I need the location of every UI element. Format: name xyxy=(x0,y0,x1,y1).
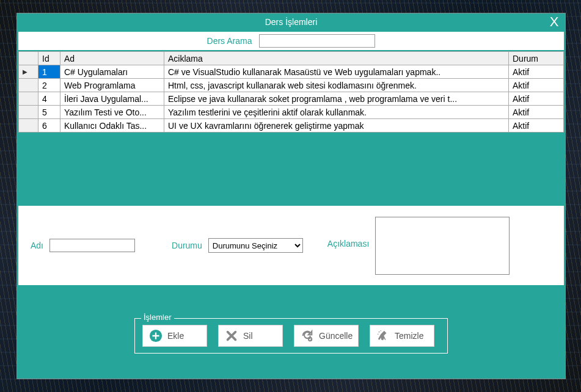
button-row: Ekle Sil Güncelle xyxy=(142,325,440,347)
temizle-button[interactable]: Temizle xyxy=(370,325,434,347)
temizle-label: Temizle xyxy=(395,331,423,341)
islemler-legend: İşlemler xyxy=(141,313,174,322)
close-button[interactable]: X xyxy=(547,13,561,31)
sil-button[interactable]: Sil xyxy=(218,325,283,347)
cross-icon xyxy=(225,329,238,343)
cell-id[interactable]: 4 xyxy=(38,92,60,106)
cell-id[interactable]: 5 xyxy=(38,106,60,119)
spacer xyxy=(18,285,564,313)
broom-icon xyxy=(376,329,390,343)
aciklamasi-group: Açıklaması xyxy=(327,217,510,275)
search-input[interactable] xyxy=(259,34,375,48)
row-indicator[interactable] xyxy=(19,106,38,119)
col-header-id[interactable]: Id xyxy=(38,52,60,65)
cell-id[interactable]: 1 xyxy=(38,65,60,79)
plus-icon xyxy=(149,329,163,343)
table-header-row: Id Ad Aciklama Durum xyxy=(19,52,564,65)
svg-point-4 xyxy=(381,330,381,331)
adi-label: Adı xyxy=(31,241,43,250)
cell-aciklama[interactable]: C# ve VisualStudio kullanarak Masaüstü v… xyxy=(164,65,509,79)
cell-id[interactable]: 6 xyxy=(38,119,60,132)
ders-islemleri-window: Ders İşlemleri X Ders Arama Id Ad Acikla… xyxy=(16,13,566,379)
operations-area: İşlemler Ekle Sil xyxy=(18,313,564,365)
row-indicator[interactable]: ▶ xyxy=(19,65,38,79)
aciklamasi-textarea[interactable] xyxy=(375,217,510,275)
cell-ad[interactable]: Kullanıcı Odaklı Tas... xyxy=(60,119,164,132)
svg-point-3 xyxy=(378,334,378,335)
durumu-group: Durumu Durumunu Seçiniz xyxy=(172,238,303,253)
cell-durum[interactable]: Aktif xyxy=(509,106,564,119)
grid-empty-area xyxy=(18,132,564,206)
col-header-aciklama[interactable]: Aciklama xyxy=(164,52,509,65)
close-icon: X xyxy=(550,14,559,30)
adi-group: Adı xyxy=(31,239,135,252)
adi-input[interactable] xyxy=(49,239,135,252)
islemler-fieldset: İşlemler Ekle Sil xyxy=(134,318,448,354)
row-indicator[interactable] xyxy=(19,92,38,106)
cell-ad[interactable]: İleri Java Uygulamal... xyxy=(60,92,164,106)
ekle-label: Ekle xyxy=(167,331,184,341)
cell-aciklama[interactable]: Yazılım testlerini ve çeşitlerini aktif … xyxy=(164,106,509,119)
search-label: Ders Arama xyxy=(207,36,252,46)
cell-durum[interactable]: Aktif xyxy=(509,119,564,132)
table-row[interactable]: 4İleri Java Uygulamal...Eclipse ve java … xyxy=(19,92,564,106)
table-row[interactable]: 2Web ProgramlamaHtml, css, javascript ku… xyxy=(19,79,564,92)
row-indicator[interactable] xyxy=(19,79,38,92)
guncelle-label: Güncelle xyxy=(319,331,353,341)
table-row[interactable]: ▶1C# UygulamalarıC# ve VisualStudio kull… xyxy=(19,65,564,79)
col-header-ad[interactable]: Ad xyxy=(60,52,164,65)
cell-durum[interactable]: Aktif xyxy=(509,79,564,92)
cell-id[interactable]: 2 xyxy=(38,79,60,92)
durumu-label: Durumu xyxy=(172,241,202,250)
cell-ad[interactable]: C# Uygulamaları xyxy=(60,65,164,79)
cell-ad[interactable]: Yazılım Testi ve Oto... xyxy=(60,106,164,119)
row-indicator[interactable] xyxy=(19,119,38,132)
cell-durum[interactable]: Aktif xyxy=(509,65,564,79)
window-title: Ders İşlemleri xyxy=(265,17,318,27)
guncelle-button[interactable]: Güncelle xyxy=(294,325,359,347)
cell-aciklama[interactable]: UI ve UX kavramlarını öğrenerek geliştir… xyxy=(164,119,509,132)
durumu-select[interactable]: Durumunu Seçiniz xyxy=(208,238,303,253)
search-bar: Ders Arama xyxy=(18,32,564,50)
form-area: Adı Durumu Durumunu Seçiniz Açıklaması xyxy=(18,206,564,285)
svg-point-2 xyxy=(379,332,380,333)
sil-label: Sil xyxy=(243,331,253,341)
refresh-icon xyxy=(301,329,314,343)
cell-aciklama[interactable]: Eclipse ve java kullanarak soket program… xyxy=(164,92,509,106)
titlebar: Ders İşlemleri X xyxy=(17,13,565,31)
cell-ad[interactable]: Web Programlama xyxy=(60,79,164,92)
table-row[interactable]: 6Kullanıcı Odaklı Tas...UI ve UX kavraml… xyxy=(19,119,564,132)
courses-table[interactable]: Id Ad Aciklama Durum ▶1C# UygulamalarıC#… xyxy=(18,51,564,132)
table-row[interactable]: 5Yazılım Testi ve Oto...Yazılım testleri… xyxy=(19,106,564,119)
cell-durum[interactable]: Aktif xyxy=(509,92,564,106)
col-header-durum[interactable]: Durum xyxy=(509,52,564,65)
cell-aciklama[interactable]: Html, css, javascript kullanarak web sit… xyxy=(164,79,509,92)
row-header-blank xyxy=(19,52,38,65)
grid-container: Id Ad Aciklama Durum ▶1C# UygulamalarıC#… xyxy=(18,51,564,206)
ekle-button[interactable]: Ekle xyxy=(142,325,207,347)
aciklamasi-label: Açıklaması xyxy=(327,239,369,249)
